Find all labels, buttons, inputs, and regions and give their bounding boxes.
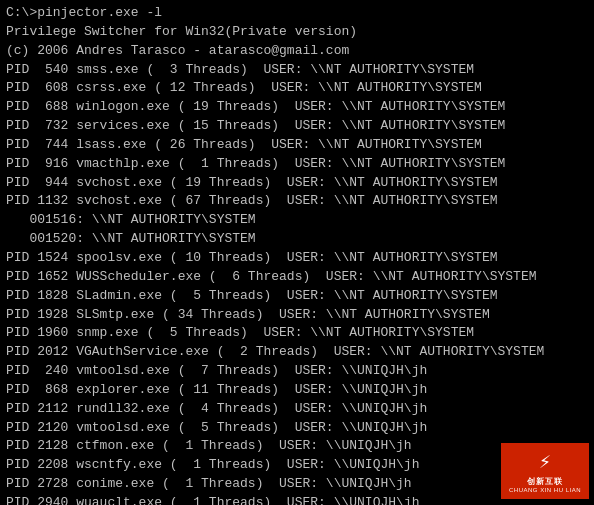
terminal-line: PID 2120 vmtoolsd.exe ( 5 Threads) USER:… [6,419,588,438]
terminal-line: PID 608 csrss.exe ( 12 Threads) USER: \\… [6,79,588,98]
terminal-line: PID 1928 SLSmtp.exe ( 34 Threads) USER: … [6,306,588,325]
terminal-line: PID 944 svchost.exe ( 19 Threads) USER: … [6,174,588,193]
watermark-icon: ⚡ [539,449,551,474]
watermark-text-bottom: CHUANG XIN HU LIAN [509,487,581,493]
terminal-line: PID 240 vmtoolsd.exe ( 7 Threads) USER: … [6,362,588,381]
terminal-line: PID 1132 svchost.exe ( 67 Threads) USER:… [6,192,588,211]
terminal-line: Privilege Switcher for Win32(Private ver… [6,23,588,42]
terminal-line: PID 688 winlogon.exe ( 19 Threads) USER:… [6,98,588,117]
terminal-line: PID 1960 snmp.exe ( 5 Threads) USER: \\N… [6,324,588,343]
terminal-window: C:\>pinjector.exe -lPrivilege Switcher f… [0,0,594,505]
terminal-line: PID 916 vmacthlp.exe ( 1 Threads) USER: … [6,155,588,174]
terminal-line: C:\>pinjector.exe -l [6,4,588,23]
watermark: ⚡ 创新互联 CHUANG XIN HU LIAN [500,441,590,501]
terminal-line: 001520: \\NT AUTHORITY\SYSTEM [6,230,588,249]
terminal-line: PID 540 smss.exe ( 3 Threads) USER: \\NT… [6,61,588,80]
terminal-line: PID 744 lsass.exe ( 26 Threads) USER: \\… [6,136,588,155]
watermark-text-top: 创新互联 [527,476,563,487]
terminal-line: PID 1524 spoolsv.exe ( 10 Threads) USER:… [6,249,588,268]
terminal-line: 001516: \\NT AUTHORITY\SYSTEM [6,211,588,230]
terminal-line: PID 1652 WUSScheduler.exe ( 6 Threads) U… [6,268,588,287]
terminal-line: PID 1828 SLadmin.exe ( 5 Threads) USER: … [6,287,588,306]
terminal-line: PID 732 services.exe ( 15 Threads) USER:… [6,117,588,136]
terminal-output: C:\>pinjector.exe -lPrivilege Switcher f… [6,4,588,505]
terminal-line: PID 868 explorer.exe ( 11 Threads) USER:… [6,381,588,400]
terminal-line: PID 2112 rundll32.exe ( 4 Threads) USER:… [6,400,588,419]
terminal-line: (c) 2006 Andres Tarasco - atarasco@gmail… [6,42,588,61]
terminal-line: PID 2012 VGAuthService.exe ( 2 Threads) … [6,343,588,362]
